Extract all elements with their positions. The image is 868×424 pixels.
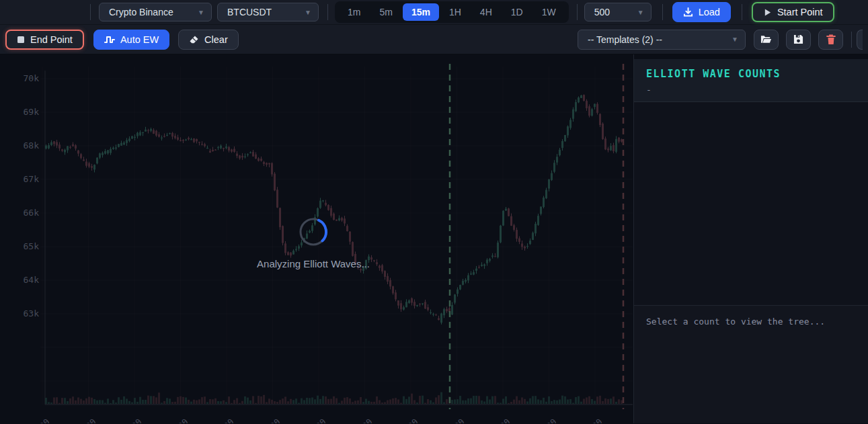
chevron-down-icon: ▼ (637, 9, 644, 16)
waveform-icon (104, 35, 115, 44)
chart-canvas[interactable]: 70k69k68k67k66k65k64k63k 5:005:005:005:0… (0, 54, 634, 423)
exchange-select[interactable]: Crypto Binance ▼ (99, 3, 212, 22)
divider (662, 4, 663, 20)
timeframe-button-1H[interactable]: 1H (440, 3, 470, 21)
end-point-button[interactable]: End Point (5, 30, 84, 50)
divider (90, 4, 91, 20)
divider (742, 4, 742, 20)
loading-spinner (299, 217, 328, 247)
divider (327, 4, 328, 20)
wave-counts-list[interactable] (634, 102, 868, 306)
chevron-down-icon: ▼ (732, 36, 738, 43)
clear-button-label: Clear (204, 34, 228, 45)
analyzing-status-text: Analyzing Elliott Waves... (233, 258, 394, 269)
timeframe-button-15m[interactable]: 15m (403, 3, 439, 21)
templates-select-value: -- Templates (2) -- (588, 34, 662, 45)
folder-open-icon (760, 34, 772, 44)
symbol-select-value: BTCUSDT (227, 7, 272, 17)
clipped-button[interactable] (857, 30, 863, 50)
exchange-select-value: Crypto Binance (109, 7, 173, 17)
start-point-button[interactable]: Start Point (752, 2, 834, 22)
templates-select[interactable]: -- Templates (2) -- ▼ (578, 30, 746, 50)
main-area: 70k69k68k67k66k65k64k63k 5:005:005:005:0… (0, 54, 868, 423)
sidebar-top-gap (634, 54, 868, 59)
load-button[interactable]: Load (672, 2, 731, 22)
timeframe-button-1m[interactable]: 1m (339, 3, 369, 21)
save-template-button[interactable] (786, 30, 811, 50)
elliott-wave-analyzer-app: Crypto Binance ▼ BTCUSDT ▼ 1m5m15m1H4H1D… (0, 0, 868, 424)
play-icon (763, 8, 772, 17)
trash-icon (826, 34, 836, 45)
toolbar-bottom: End Point Auto EW Clear -- Templates (2)… (0, 25, 868, 54)
timeframe-button-1W[interactable]: 1W (533, 3, 565, 21)
sidebar: ELLIOTT WAVE COUNTS - Select a count to … (634, 54, 868, 423)
delete-template-button[interactable] (818, 30, 843, 50)
end-point-button-label: End Point (30, 34, 73, 45)
timeframe-group: 1m5m15m1H4H1D1W (335, 1, 569, 23)
start-point-button-label: Start Point (777, 7, 823, 17)
download-icon (683, 7, 693, 17)
divider (851, 32, 852, 48)
timeframe-button-1D[interactable]: 1D (502, 3, 532, 21)
sidebar-header: ELLIOTT WAVE COUNTS - (634, 59, 868, 102)
open-template-button[interactable] (754, 30, 779, 50)
bar-count-select[interactable]: 500 ▼ (584, 3, 652, 22)
clear-button[interactable]: Clear (178, 30, 239, 50)
chevron-down-icon: ▼ (305, 9, 311, 16)
tree-placeholder-text: Select a count to view the tree... (646, 316, 856, 327)
wave-tree-panel: Select a count to view the tree... (634, 306, 868, 423)
chevron-down-icon: ▼ (198, 9, 204, 16)
symbol-select[interactable]: BTCUSDT ▼ (217, 3, 319, 22)
eraser-icon (189, 35, 199, 44)
bar-count-value: 500 (594, 7, 610, 17)
sidebar-subtitle: - (646, 85, 856, 95)
timeframe-button-5m[interactable]: 5m (370, 3, 401, 21)
timeframe-button-4H[interactable]: 4H (471, 3, 501, 21)
auto-ew-button[interactable]: Auto EW (93, 30, 169, 50)
stop-icon (17, 36, 25, 44)
toolbar-top: Crypto Binance ▼ BTCUSDT ▼ 1m5m15m1H4H1D… (0, 0, 868, 25)
divider (577, 4, 578, 20)
save-icon (793, 34, 803, 44)
load-button-label: Load (699, 7, 720, 17)
auto-ew-button-label: Auto EW (120, 34, 159, 45)
sidebar-title: ELLIOTT WAVE COUNTS (646, 68, 856, 80)
toolbar-left-pad (0, 12, 90, 13)
